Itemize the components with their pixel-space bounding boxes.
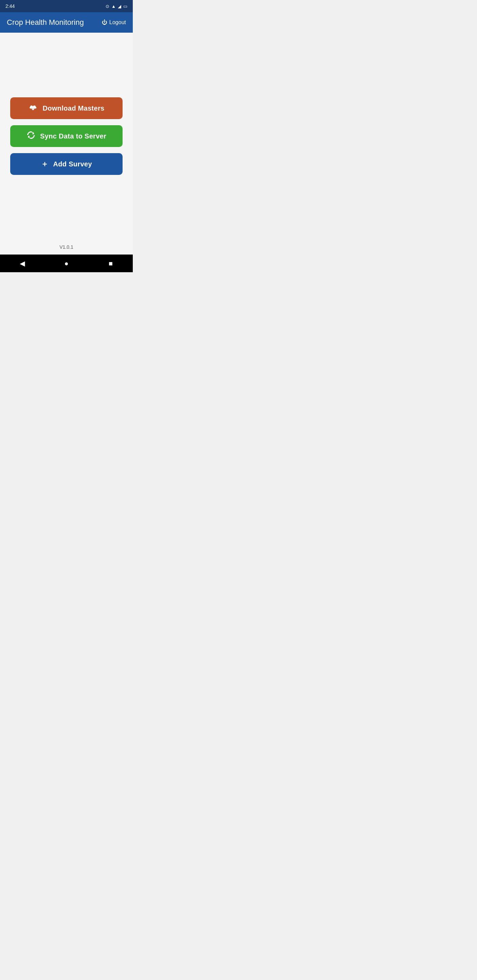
dnd-icon: ⊙ [105,4,109,9]
sync-icon [27,130,35,142]
version-bar: V1.0.1 [0,240,133,255]
signal-icon: ◢ [118,4,121,9]
wifi-icon: ▲ [111,4,116,9]
add-survey-label: Add Survey [53,160,92,168]
cloud-download-icon [28,103,38,113]
main-content: Download Masters Sync Data to Server ＋ A… [0,33,133,240]
status-icons: ⊙ ▲ ◢ ▭ [105,4,127,9]
battery-icon: ▭ [123,4,127,9]
add-survey-button[interactable]: ＋ Add Survey [10,153,123,175]
power-icon: ⏻ [102,19,107,25]
logout-label: Logout [109,19,126,25]
download-masters-label: Download Masters [43,105,105,112]
status-time: 2:44 [5,3,14,9]
app-bar: Crop Health Monitoring ⏻ Logout [0,12,133,33]
add-icon: ＋ [41,159,48,169]
home-button[interactable]: ● [60,256,73,270]
version-text: V1.0.1 [60,244,73,250]
logout-button[interactable]: ⏻ Logout [102,19,126,25]
status-bar: 2:44 ⊙ ▲ ◢ ▭ [0,0,133,12]
download-masters-button[interactable]: Download Masters [10,97,123,119]
app-title: Crop Health Monitoring [7,18,84,27]
back-button[interactable]: ◀ [15,256,29,270]
sync-data-label: Sync Data to Server [40,132,107,140]
nav-bar: ◀ ● ■ [0,255,133,272]
recents-button[interactable]: ■ [104,256,118,270]
sync-data-button[interactable]: Sync Data to Server [10,125,123,147]
